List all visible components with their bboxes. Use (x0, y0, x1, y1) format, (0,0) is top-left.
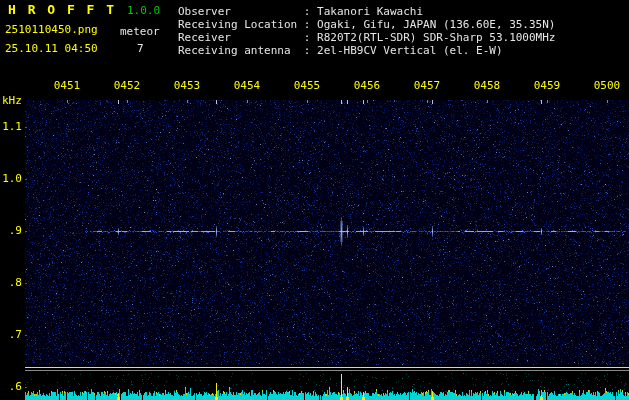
x-axis-tick-label: 0458 (474, 80, 501, 92)
y-axis-unit-label: kHz (2, 95, 22, 107)
output-filename: 2510110450.png (5, 24, 98, 36)
y-axis-tick-label: .7 (1, 329, 22, 341)
x-axis-tick-label: 0454 (234, 80, 261, 92)
header-info-line: Observer : Takanori Kawachi (178, 5, 556, 18)
hrofft-output: H R O F F T 1.0.0 2510110450.png meteor … (0, 0, 629, 400)
header-info-line: Receiver : R820T2(RTL-SDR) SDR-Sharp 53.… (178, 31, 556, 44)
y-axis-tick-label: .8 (1, 277, 22, 289)
y-axis-tick-label: .6 (1, 381, 22, 393)
y-axis-tick-label: 1.0 (1, 173, 22, 185)
y-axis-tick-label: 1.1 (1, 121, 22, 133)
x-axis-tick-label: 0457 (414, 80, 441, 92)
x-axis-tick-label: 0459 (534, 80, 561, 92)
x-axis-tick-label: 0500 (594, 80, 621, 92)
echo-count: 7 (137, 43, 144, 55)
header-info-line: Receiving antenna : 2el-HB9CV Vertical (… (178, 44, 556, 57)
observation-datetime: 25.10.11 04:50 (5, 43, 98, 55)
x-axis-tick-label: 0451 (54, 80, 81, 92)
header-info: Observer : Takanori KawachiReceiving Loc… (178, 5, 556, 57)
y-axis-tick-label: .9 (1, 225, 22, 237)
spectrogram-canvas (0, 0, 629, 400)
x-axis-tick-label: 0453 (174, 80, 201, 92)
observation-mode: meteor (120, 26, 160, 38)
x-axis-tick-label: 0452 (114, 80, 141, 92)
x-axis-tick-label: 0455 (294, 80, 321, 92)
x-axis-tick-label: 0456 (354, 80, 381, 92)
app-title: H R O F F T (8, 4, 116, 16)
app-version: 1.0.0 (127, 5, 160, 17)
header-info-line: Receiving Location : Ogaki, Gifu, JAPAN … (178, 18, 556, 31)
